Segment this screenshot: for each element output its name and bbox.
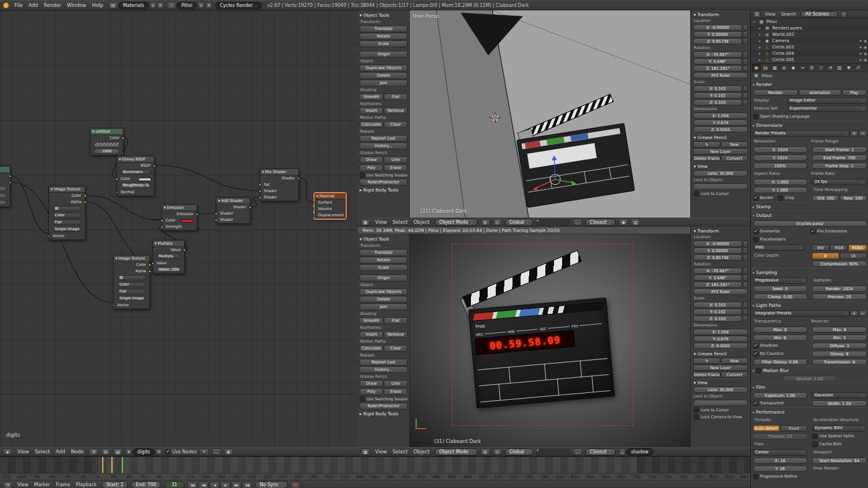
input-socket[interactable] — [112, 304, 115, 307]
number-field[interactable]: X: -70.497° — [693, 268, 742, 274]
tool-button-origin[interactable]: Origin — [360, 51, 407, 58]
viewport-shading-icon[interactable]: ◍ — [481, 448, 490, 455]
tool-button-insert[interactable]: Insert — [360, 107, 383, 114]
lock-icon[interactable] — [743, 38, 748, 44]
layer-toggle[interactable] — [557, 223, 560, 226]
field-x-1-000[interactable]: X: 1.000 — [753, 179, 807, 185]
properties-tab-scene[interactable]: ▦ — [770, 64, 779, 72]
field-start-frame-1[interactable]: Start Frame: 1 — [812, 147, 866, 153]
field-new-100[interactable]: New: 100 — [840, 195, 867, 201]
tool-button-delete[interactable]: Delete — [360, 296, 407, 303]
layer-toggle[interactable] — [543, 452, 546, 455]
tool-button-flat[interactable]: Flat — [384, 93, 407, 100]
outliner-row-pitivi[interactable]: ▾▦Pitivi — [751, 18, 868, 25]
mesh-name-field[interactable]: shadow — [626, 448, 653, 456]
button-item[interactable]: + — [850, 130, 858, 137]
lock-icon[interactable] — [743, 99, 748, 106]
node-link[interactable] — [85, 202, 152, 262]
panel-header-transform[interactable]: ▾ Transform — [692, 10, 749, 18]
checkbox-overwrite[interactable]: Overwrite — [753, 228, 810, 235]
snap-magnet-icon[interactable]: ◡ — [573, 448, 582, 455]
layer-toggle[interactable] — [557, 219, 560, 222]
tool-button-scale[interactable]: Scale — [360, 264, 407, 271]
layer-toggle[interactable] — [547, 223, 549, 226]
number-field[interactable]: X: 1.056 — [693, 329, 748, 335]
button-delete-frame[interactable]: Delete Frame — [693, 155, 720, 162]
viewport-shading-icon[interactable]: ◍ — [481, 219, 490, 226]
topbar-menu-add[interactable]: Add — [26, 2, 40, 8]
number-field[interactable]: Z: 0.0265 — [693, 126, 748, 133]
lock-icon[interactable] — [743, 92, 748, 99]
tool-button-translate[interactable]: Translate — [360, 249, 407, 256]
tool-button-smooth[interactable]: Smooth — [360, 93, 383, 100]
properties-tab-constraints[interactable]: ∞ — [798, 64, 807, 72]
visibility-icon[interactable]: ◉ — [864, 58, 867, 62]
toggle-16[interactable]: 16 — [840, 253, 867, 259]
button-new[interactable]: New — [721, 358, 748, 364]
layer-toggle[interactable] — [540, 223, 542, 226]
record-button[interactable] — [291, 482, 300, 488]
outliner-row-circle-003[interactable]: ▸△Circle.003➤◉ — [751, 44, 868, 50]
field-shutter-1-00[interactable]: Shutter: 1.00 — [783, 376, 837, 382]
input-socket[interactable] — [160, 219, 163, 222]
keyframe-line[interactable] — [102, 457, 103, 473]
layer-toggle[interactable] — [553, 449, 556, 452]
tool-button-translate[interactable]: Translate — [360, 25, 407, 32]
number-field[interactable]: XYZ Euler — [693, 72, 748, 78]
layer-toggle[interactable] — [550, 223, 553, 226]
output-socket[interactable] — [183, 249, 186, 251]
timeline-ruler[interactable]: -120-100-80-60-40-2002040608010012014016… — [0, 474, 750, 481]
visibility-icon[interactable]: ◉ — [864, 51, 867, 55]
layer-toggle[interactable] — [553, 219, 556, 222]
transport-rew-button[interactable]: ◀◀ — [199, 482, 208, 488]
viewport-top-menu-view[interactable]: View — [373, 219, 389, 225]
tool-button-remove[interactable]: Remove — [384, 107, 407, 114]
add-layout-button[interactable]: + — [149, 2, 156, 9]
outliner-row-circle-005[interactable]: ▸△Circle.005➤◉ — [751, 57, 868, 63]
toggle-rgb[interactable]: RGB — [830, 245, 848, 251]
panel-header-light-paths[interactable]: ▾Light Paths — [753, 301, 867, 309]
lock-icon[interactable] — [743, 24, 748, 31]
dropdown-render-presets[interactable]: Render Presets⌄ — [753, 130, 850, 137]
tool-button-line[interactable]: Line — [384, 156, 407, 163]
toggle-auto-detect[interactable]: Auto-detect — [753, 425, 780, 431]
layer-toggle[interactable] — [564, 449, 567, 452]
node-glossy-bsdf[interactable]: ▾ Glossy BSDFBSDFBeckmannColorRoughness:… — [117, 156, 155, 196]
button-new[interactable]: New — [721, 141, 748, 148]
panel-header-view[interactable]: ▾ View — [692, 378, 749, 386]
number-field[interactable]: Z: 0.85739 — [693, 254, 742, 261]
layer-toggle[interactable] — [543, 223, 546, 226]
lock-icon[interactable] — [743, 268, 748, 274]
visibility-icon[interactable]: ◉ — [864, 39, 867, 43]
node-dropdown[interactable]: Flat — [53, 220, 81, 225]
number-field[interactable]: Z: 0.102 — [693, 99, 742, 106]
node-link[interactable] — [299, 178, 314, 202]
editor-type-icon[interactable]: ◔ — [3, 482, 12, 488]
checkbox-border[interactable]: Border — [753, 195, 778, 201]
node-emission[interactable]: ▾ EmissionEmissionColorStrength — [162, 204, 197, 231]
node-image-texture-2[interactable]: ▾ Image TextureColorAlpha▤ColorFlatSingl… — [113, 255, 150, 309]
select-icon[interactable]: ➤ — [859, 51, 862, 55]
panel-header-view[interactable]: ▾ View — [692, 162, 749, 170]
image-selector[interactable]: ▤ — [53, 206, 81, 211]
checkbox-placeholders[interactable]: Placeholders — [753, 237, 810, 243]
button-item[interactable]: ✎ — [693, 358, 720, 364]
dropdown-integrator-presets[interactable]: Integrator Presets⌄ — [753, 310, 850, 317]
panel-header-output[interactable]: ▾Output — [753, 211, 867, 219]
color-swatch[interactable] — [139, 178, 151, 181]
node-dropdown[interactable]: Color — [117, 282, 146, 287]
rendered-viewport-canvas[interactable]: Prod. HRSMINSECFRS 00.59.58.09 — [410, 234, 690, 447]
tool-checkbox-use-sketching-sessions[interactable]: Use Sketching Sessions — [360, 172, 407, 178]
node-editor-menu-node[interactable]: Node — [69, 449, 86, 455]
tool-button-rotate[interactable]: Rotate — [360, 257, 407, 264]
node-header[interactable]: ▾ Image Texture — [49, 186, 85, 193]
layer-toggle[interactable] — [557, 452, 560, 455]
panel-header-performance[interactable]: ▾Performance — [753, 407, 867, 416]
number-field[interactable]: Y: 0.00000 — [693, 247, 742, 254]
node-editor-menu-select[interactable]: Select — [32, 449, 52, 455]
scene-icon[interactable]: ◇ — [167, 2, 176, 9]
node-material-output[interactable]: ▾ Material OutputSurfaceVolumeDisplaceme… — [314, 193, 346, 219]
pivot-point-icon[interactable]: ◎ — [493, 448, 502, 455]
output-socket[interactable] — [297, 177, 300, 180]
input-socket[interactable] — [313, 208, 316, 211]
